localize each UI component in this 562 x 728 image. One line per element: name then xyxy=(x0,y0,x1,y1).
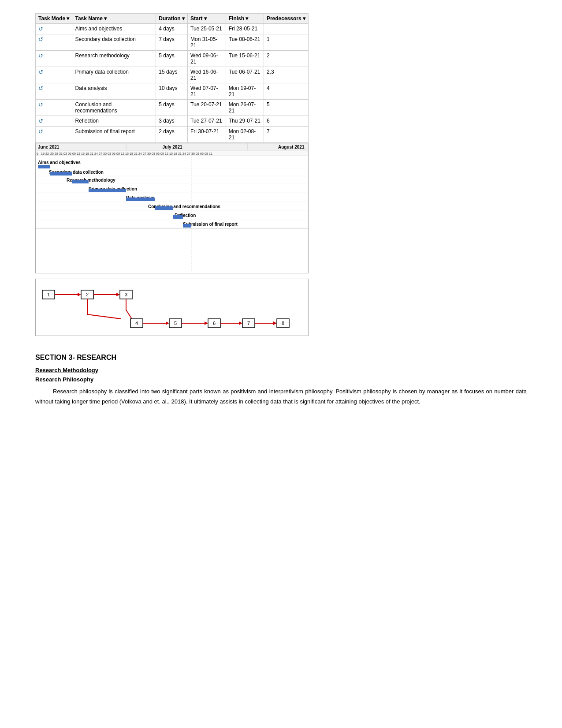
start-cell: Mon 31-05-21 xyxy=(188,34,226,51)
start-cell: Wed 16-06-21 xyxy=(188,67,226,83)
start-cell: Tue 20-07-21 xyxy=(188,100,226,116)
table-row: ↺Research methodology5 daysWed 09-06-21T… xyxy=(36,51,309,67)
finish-cell: Fri 28-05-21 xyxy=(226,24,264,34)
svg-text:12: 12 xyxy=(121,152,124,155)
table-row: ↺Conclusion and recommendations5 daysTue… xyxy=(36,100,309,116)
task-mode-icon: ↺ xyxy=(38,36,43,43)
svg-text:19: 19 xyxy=(41,152,45,155)
col-header-start[interactable]: Start ▾ xyxy=(188,14,226,24)
svg-text:27: 27 xyxy=(143,152,146,155)
finish-cell: Mon 26-07-21 xyxy=(226,100,264,116)
svg-marker-76 xyxy=(78,293,81,296)
task-mode-cell: ↺ xyxy=(36,116,72,127)
col-header-duration[interactable]: Duration ▾ xyxy=(156,14,188,24)
col-header-taskname[interactable]: Task Name ▾ xyxy=(72,14,156,24)
svg-text:24: 24 xyxy=(138,152,142,155)
svg-text:06: 06 xyxy=(68,152,71,155)
svg-rect-53 xyxy=(50,172,72,175)
task-mode-cell: ↺ xyxy=(36,83,72,100)
start-cell: Wed 09-06-21 xyxy=(188,51,226,67)
task-mode-icon: ↺ xyxy=(38,26,43,32)
svg-text:1: 1 xyxy=(47,292,50,297)
svg-text:25: 25 xyxy=(50,152,54,155)
task-name-cell: Primary data collection xyxy=(72,67,156,83)
predecessors-cell: 4 xyxy=(264,83,308,100)
svg-text:21: 21 xyxy=(178,152,182,155)
svg-text:09: 09 xyxy=(72,152,76,155)
task-mode-icon: ↺ xyxy=(38,128,43,135)
svg-text:18: 18 xyxy=(174,152,177,155)
finish-cell: Tue 06-07-21 xyxy=(226,67,264,83)
svg-text:12: 12 xyxy=(77,152,80,155)
duration-cell: 4 days xyxy=(156,24,188,34)
table-row: ↺Secondary data collection7 daysMon 31-0… xyxy=(36,34,309,51)
predecessors-cell: 6 xyxy=(264,116,308,127)
predecessors-cell: 7 xyxy=(264,127,308,143)
svg-text:18: 18 xyxy=(130,152,133,155)
finish-cell: Mon 19-07-21 xyxy=(226,83,264,100)
svg-text:03: 03 xyxy=(152,152,155,155)
svg-text:12: 12 xyxy=(165,152,168,155)
svg-text:6: 6 xyxy=(213,321,216,326)
task-name-cell: Aims and objectives xyxy=(72,24,156,34)
predecessors-cell xyxy=(264,24,308,34)
svg-text:24: 24 xyxy=(94,152,98,155)
svg-rect-50 xyxy=(38,165,50,168)
svg-text:02: 02 xyxy=(196,152,199,155)
start-cell: Tue 27-07-21 xyxy=(188,116,226,127)
svg-rect-68 xyxy=(173,215,183,219)
table-row: ↺Primary data collection15 daysWed 16-06… xyxy=(36,67,309,83)
task-name-cell: Secondary data collection xyxy=(72,34,156,51)
network-diagram-container: 1 2 3 4 5 6 xyxy=(35,279,309,336)
task-mode-cell: ↺ xyxy=(36,127,72,143)
svg-text:24: 24 xyxy=(182,152,186,155)
svg-text:18: 18 xyxy=(86,152,89,155)
svg-text:6: 6 xyxy=(37,152,38,155)
svg-rect-72 xyxy=(36,228,309,228)
svg-marker-98 xyxy=(239,321,242,325)
section3-body: Research philosophy is classified into t… xyxy=(35,386,527,407)
col-header-predecessors[interactable]: Predecessors ▾ xyxy=(264,14,308,24)
gantt-chart-container: June 2021 July 2021 August 2021 6 19 22 … xyxy=(35,143,309,273)
svg-text:09: 09 xyxy=(160,152,164,155)
svg-text:2: 2 xyxy=(86,292,89,297)
table-row: ↺Submission of final report2 daysFri 30-… xyxy=(36,127,309,143)
duration-cell: 15 days xyxy=(156,67,188,83)
svg-text:30: 30 xyxy=(147,152,151,155)
svg-rect-65 xyxy=(155,206,173,210)
predecessors-cell: 2,3 xyxy=(264,67,308,83)
project-table: Task Mode ▾ Task Name ▾ Duration ▾ Start… xyxy=(35,13,309,143)
task-mode-icon: ↺ xyxy=(38,52,43,59)
task-name-cell: Reflection xyxy=(72,116,156,127)
svg-marker-80 xyxy=(116,293,120,296)
task-mode-cell: ↺ xyxy=(36,67,72,83)
col-header-taskmode[interactable]: Task Mode ▾ xyxy=(36,14,72,24)
svg-text:06: 06 xyxy=(156,152,160,155)
svg-rect-56 xyxy=(72,180,89,183)
svg-text:31: 31 xyxy=(59,152,63,155)
task-name-cell: Submission of final report xyxy=(72,127,156,143)
svg-text:Aims and objectives: Aims and objectives xyxy=(38,160,81,165)
task-mode-cell: ↺ xyxy=(36,51,72,67)
svg-text:3: 3 xyxy=(125,292,127,297)
svg-text:5: 5 xyxy=(174,321,177,326)
predecessors-cell: 2 xyxy=(264,51,308,67)
col-header-finish[interactable]: Finish ▾ xyxy=(226,14,264,24)
finish-cell: Tue 15-06-21 xyxy=(226,51,264,67)
svg-text:28: 28 xyxy=(55,152,58,155)
duration-cell: 10 days xyxy=(156,83,188,100)
start-cell: Fri 30-07-21 xyxy=(188,127,226,143)
predecessors-cell: 1 xyxy=(264,34,308,51)
predecessors-cell: 5 xyxy=(264,100,308,116)
duration-cell: 7 days xyxy=(156,34,188,51)
task-mode-cell: ↺ xyxy=(36,34,72,51)
network-svg: 1 2 3 4 5 6 xyxy=(40,286,305,334)
section3-heading: SECTION 3- RESEARCH xyxy=(35,354,527,362)
svg-rect-59 xyxy=(89,189,126,192)
section3: SECTION 3- RESEARCH Research Methodology… xyxy=(35,354,527,407)
finish-cell: Mon 02-08-21 xyxy=(226,127,264,143)
svg-text:June 2021: June 2021 xyxy=(38,145,60,149)
svg-text:11: 11 xyxy=(209,152,212,155)
duration-cell: 5 days xyxy=(156,100,188,116)
svg-line-84 xyxy=(87,314,121,319)
